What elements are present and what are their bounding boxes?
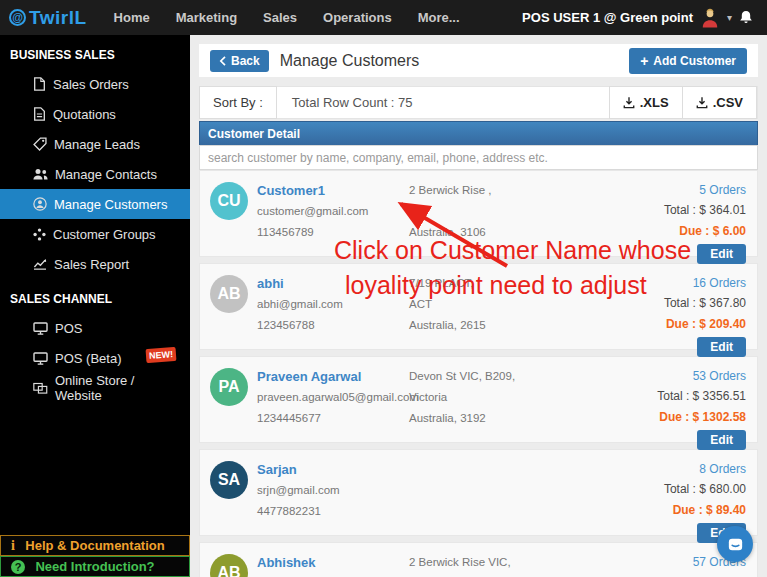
sidebar-item-online-store[interactable]: Online Store / Website <box>0 373 190 403</box>
chat-launcher-button[interactable] <box>717 526 753 562</box>
edit-button[interactable]: Edit <box>697 244 746 264</box>
notifications-bell[interactable] <box>739 10 753 25</box>
need-introduction-label: Need Introduction? <box>35 559 154 574</box>
customer-avatar: SA <box>210 461 248 499</box>
sidebar-item-pos-beta[interactable]: POS (Beta) NEW! <box>0 343 190 373</box>
customer-detail-title: Customer Detail <box>208 127 300 141</box>
customer-stats-column: 16 Orders Total : $ 367.80 Due : $ 209.4… <box>664 273 746 349</box>
address-line: Australia, 3106 <box>409 222 604 243</box>
sidebar-item-label: Manage Customers <box>54 197 167 212</box>
address-line: ACT <box>409 294 604 315</box>
customer-name-link[interactable]: Sarjan <box>257 459 409 480</box>
address-line <box>409 201 604 222</box>
nav-item-more[interactable]: More... <box>405 10 473 25</box>
nav-item-operations[interactable]: Operations <box>310 10 405 25</box>
sidebar-item-label: Customer Groups <box>53 227 156 242</box>
chevron-left-icon <box>219 56 226 66</box>
download-icon <box>623 96 635 109</box>
total-row-count: Total Row Count : 75 <box>292 95 413 110</box>
chat-bubble-icon <box>726 535 745 554</box>
orders-link[interactable]: 16 Orders <box>664 273 746 293</box>
chevron-down-icon: ▾ <box>727 12 732 23</box>
orders-link[interactable]: 8 Orders <box>664 459 746 479</box>
customer-email: praveen.agarwal05@gmail.com <box>257 387 409 408</box>
sidebar-item-manage-customers[interactable]: Manage Customers <box>0 189 190 219</box>
customer-stats-column: 53 Orders Total : $ 3356.51 Due : $ 1302… <box>657 366 746 442</box>
brand-logo-icon: @ <box>9 9 26 26</box>
add-customer-label: Add Customer <box>653 54 736 68</box>
export-xls-button[interactable]: .XLS <box>609 86 683 119</box>
add-customer-button[interactable]: + Add Customer <box>629 48 747 74</box>
customer-email: srjn@gmail.com <box>257 480 409 501</box>
customer-phone: 4477882231 <box>257 501 409 522</box>
customer-info-column: Praveen Agarwal praveen.agarwal05@gmail.… <box>257 366 409 442</box>
due-amount: Due : $ 89.40 <box>664 500 746 521</box>
export-xls-label: .XLS <box>640 95 669 110</box>
nav-item-marketing[interactable]: Marketing <box>163 10 250 25</box>
help-documentation-label: Help & Documentation <box>25 538 164 553</box>
customer-name-link[interactable]: abhi <box>257 273 409 294</box>
question-icon: ? <box>11 560 25 574</box>
nav-item-home[interactable]: Home <box>101 10 163 25</box>
new-badge: NEW! <box>146 347 177 363</box>
customer-address-column <box>409 459 604 535</box>
sidebar-item-label: Quotations <box>53 107 116 122</box>
customer-name-link[interactable]: Abhishek <box>257 552 409 573</box>
sidebar-item-manage-contacts[interactable]: Manage Contacts <box>0 159 190 189</box>
sidebar-item-manage-leads[interactable]: Manage Leads <box>0 129 190 159</box>
customer-info-column: abhi abhi@gmail.com 123456788 <box>257 273 409 349</box>
sidebar-item-label: Online Store / Website <box>55 373 182 403</box>
export-buttons: .XLS .CSV <box>610 86 757 119</box>
sidebar-item-pos[interactable]: POS <box>0 313 190 343</box>
customer-search-input[interactable] <box>199 145 758 170</box>
user-avatar[interactable] <box>700 8 720 28</box>
topbar-user-area: POS USER 1 @ Green point ▾ <box>522 8 767 28</box>
customer-phone: 123456788 <box>257 315 409 336</box>
need-introduction-button[interactable]: ? Need Introduction? <box>0 556 190 577</box>
website-icon <box>33 382 48 395</box>
export-csv-button[interactable]: .CSV <box>682 86 757 119</box>
sort-by-button[interactable]: Sort By : <box>199 86 277 119</box>
total-amount: Total : $ 3483.79 <box>657 572 746 577</box>
tag-icon <box>33 137 47 151</box>
help-documentation-button[interactable]: i Help & Documentation <box>0 535 190 556</box>
orders-link[interactable]: 53 Orders <box>657 366 746 386</box>
brand-logo[interactable]: @ TwirlL <box>0 7 101 29</box>
total-amount: Total : $ 3356.51 <box>657 386 746 407</box>
sidebar-section-sales-channel: SALES CHANNEL <box>0 279 190 313</box>
sidebar: BUSINESS SALES Sales Orders Quotations M… <box>0 35 190 577</box>
orders-link[interactable]: 5 Orders <box>664 180 746 200</box>
sidebar-item-customer-groups[interactable]: Customer Groups <box>0 219 190 249</box>
address-line: 2 Berwick Rise , <box>409 180 604 201</box>
customer-address-column: 2 Berwick Rise , Australia, 3106 <box>409 180 604 256</box>
customer-stats-column: 8 Orders Total : $ 680.00 Due : $ 89.40 … <box>664 459 746 535</box>
customer-address-column: 2 Berwick Rise VIC, Templestowe, Victori… <box>409 552 604 577</box>
due-amount: Due : $ 1302.58 <box>657 407 746 428</box>
customer-name-link[interactable]: Praveen Agarwal <box>257 366 409 387</box>
back-button[interactable]: Back <box>210 50 269 72</box>
document-icon <box>33 107 46 121</box>
customer-email: abhi@gmail.com <box>257 294 409 315</box>
address-line: Victoria <box>409 387 604 408</box>
customer-info-column: Sarjan srjn@gmail.com 4477882231 <box>257 459 409 535</box>
sidebar-section-business-sales: BUSINESS SALES <box>0 35 190 69</box>
download-icon <box>696 96 708 109</box>
sidebar-item-sales-orders[interactable]: Sales Orders <box>0 69 190 99</box>
total-amount: Total : $ 367.80 <box>664 293 746 314</box>
address-line <box>409 480 604 501</box>
nav-item-sales[interactable]: Sales <box>250 10 310 25</box>
address-line: 2 Berwick Rise VIC, <box>409 552 604 573</box>
sidebar-item-label: POS (Beta) <box>55 351 121 366</box>
customer-row: AB abhi abhi@gmail.com 123456788 7/19 PL… <box>199 263 758 350</box>
address-line: Australia, 3192 <box>409 408 604 429</box>
main-content: Back Manage Customers + Add Customer Sor… <box>190 35 767 577</box>
customer-email: abhi@moh.com <box>257 573 409 577</box>
customer-info-column: Abhishek abhi@moh.com <box>257 552 409 577</box>
app-window: @ TwirlL Home Marketing Sales Operations… <box>0 0 767 577</box>
plus-icon: + <box>640 53 648 69</box>
customer-name-link[interactable]: Customer1 <box>257 180 409 201</box>
sidebar-item-quotations[interactable]: Quotations <box>0 99 190 129</box>
edit-button[interactable]: Edit <box>697 337 746 357</box>
edit-button[interactable]: Edit <box>697 430 746 450</box>
sidebar-item-sales-report[interactable]: Sales Report <box>0 249 190 279</box>
